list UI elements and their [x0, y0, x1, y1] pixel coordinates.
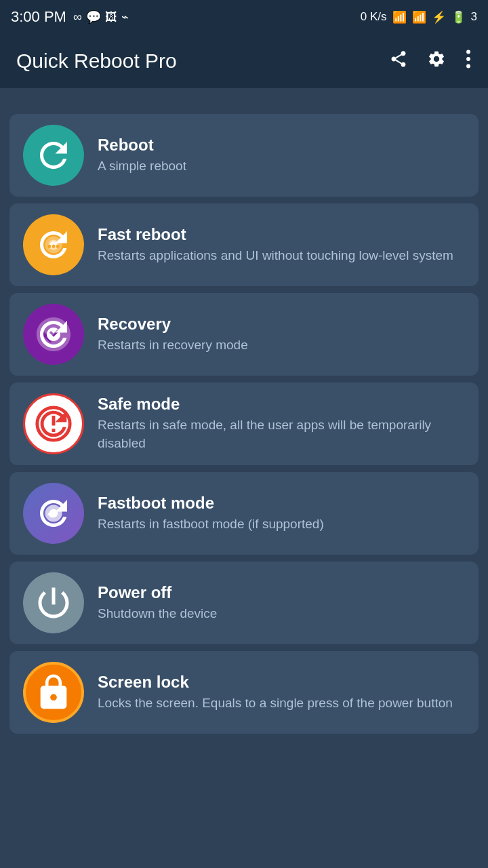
fast-reboot-icon: ••• — [23, 214, 84, 275]
battery-icon: 🔋 — [451, 10, 466, 24]
more-options-icon[interactable] — [465, 50, 472, 73]
reboot-desc: A simple reboot — [98, 157, 465, 176]
svg-point-0 — [466, 50, 470, 54]
fastboot-text: Fastboot mode Restarts in fastboot mode … — [98, 494, 465, 534]
screen-lock-item[interactable]: Screen lock Locks the screen. Equals to … — [9, 651, 479, 734]
reboot-item[interactable]: Reboot A simple reboot — [9, 114, 479, 197]
power-off-icon — [23, 572, 84, 633]
svg-text:•••: ••• — [47, 239, 60, 253]
spacer — [0, 88, 488, 102]
screen-lock-title: Screen lock — [98, 673, 465, 692]
power-off-title: Power off — [98, 583, 465, 602]
app-title: Quick Reboot Pro — [16, 50, 177, 73]
power-off-text: Power off Shutdown the device — [98, 583, 465, 623]
message-icon: 💬 — [86, 9, 101, 24]
fastboot-icon — [23, 483, 84, 544]
usb-icon: ⌁ — [121, 9, 129, 24]
recovery-title: Recovery — [98, 315, 465, 334]
recovery-desc: Restarts in recovery mode — [98, 336, 465, 355]
status-bar: 3:00 PM ∞ 💬 🖼 ⌁ 0 K/s 📶 📶 ⚡ 🔋 3 — [0, 0, 488, 34]
app-bar-actions — [389, 50, 472, 73]
fastboot-item[interactable]: Fastboot mode Restarts in fastboot mode … — [9, 472, 479, 555]
recovery-icon — [23, 304, 84, 365]
recovery-item[interactable]: Recovery Restarts in recovery mode — [9, 293, 479, 376]
battery-level: 3 — [471, 10, 477, 24]
svg-point-1 — [466, 57, 470, 61]
reboot-icon — [23, 125, 84, 186]
power-off-item[interactable]: Power off Shutdown the device — [9, 561, 479, 644]
status-icons: ∞ 💬 🖼 ⌁ — [73, 9, 129, 24]
settings-icon[interactable] — [427, 50, 446, 73]
app-bar: Quick Reboot Pro — [0, 34, 488, 88]
fastboot-desc: Restarts in fastboot mode (if supported) — [98, 515, 465, 534]
signal-icon: 📶 — [412, 10, 426, 24]
safe-mode-text: Safe mode Restarts in safe mode, all the… — [98, 395, 465, 452]
fast-reboot-desc: Restarts applications and UI without tou… — [98, 247, 465, 265]
status-time: 3:00 PM — [11, 8, 66, 26]
screen-lock-icon — [23, 662, 84, 723]
safe-mode-item[interactable]: Safe mode Restarts in safe mode, all the… — [9, 382, 479, 465]
fastboot-title: Fastboot mode — [98, 494, 465, 513]
reboot-text: Reboot A simple reboot — [98, 136, 465, 176]
status-bar-right: 0 K/s 📶 📶 ⚡ 🔋 3 — [361, 10, 477, 24]
fast-reboot-text: Fast reboot Restarts applications and UI… — [98, 225, 465, 265]
screen-lock-desc: Locks the screen. Equals to a single pre… — [98, 694, 465, 713]
image-icon: 🖼 — [105, 10, 117, 24]
safe-mode-desc: Restarts in safe mode, all the user apps… — [98, 416, 465, 452]
wifi-icon: 📶 — [392, 10, 407, 24]
infinity-icon: ∞ — [73, 10, 82, 24]
svg-point-2 — [466, 64, 470, 68]
power-off-desc: Shutdown the device — [98, 605, 465, 623]
menu-list: Reboot A simple reboot ••• Fast reboot R… — [0, 102, 488, 746]
safe-mode-title: Safe mode — [98, 395, 465, 414]
share-icon[interactable] — [389, 50, 408, 73]
safe-mode-icon — [23, 393, 84, 454]
reboot-title: Reboot — [98, 136, 465, 155]
fast-reboot-item[interactable]: ••• Fast reboot Restarts applications an… — [9, 203, 479, 286]
battery-charging-icon: ⚡ — [432, 10, 446, 24]
network-speed: 0 K/s — [361, 10, 387, 24]
screen-lock-text: Screen lock Locks the screen. Equals to … — [98, 673, 465, 713]
fast-reboot-title: Fast reboot — [98, 225, 465, 244]
status-bar-left: 3:00 PM ∞ 💬 🖼 ⌁ — [11, 8, 129, 26]
recovery-text: Recovery Restarts in recovery mode — [98, 315, 465, 355]
